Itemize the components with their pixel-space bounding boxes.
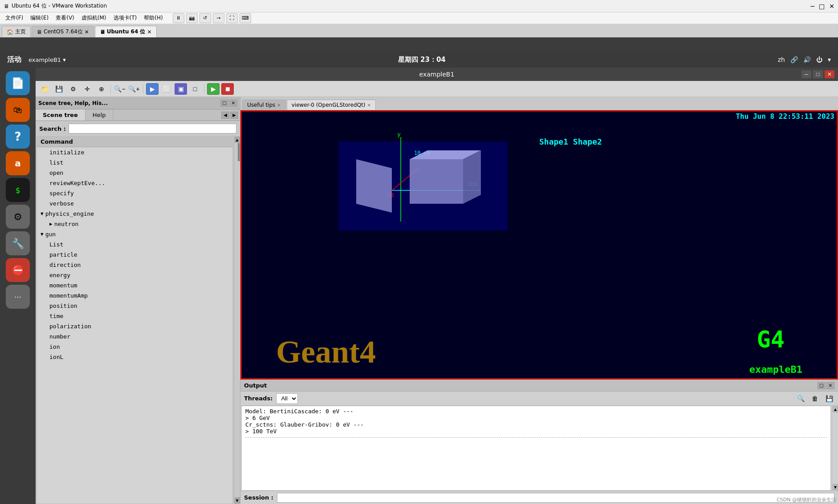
toolbar-solid-filled[interactable]: ▣ — [175, 83, 187, 95]
credit-text: CSDN @猪猪虾的业余生活 — [777, 496, 836, 503]
tab-home[interactable]: 🏠 主页 — [2, 26, 31, 37]
toolbar-rotate[interactable]: ⊕ — [95, 83, 108, 95]
list-item[interactable]: momentum — [37, 280, 232, 290]
lang-indicator[interactable]: zh — [778, 56, 785, 63]
app-minimize-btn[interactable]: ─ — [801, 70, 811, 78]
tb-usb[interactable]: ⌨ — [240, 13, 251, 23]
toolbar-zoom-out[interactable]: 🔍− — [114, 83, 126, 95]
panel-close-btn[interactable]: ✕ — [229, 100, 237, 107]
viewer-0-close[interactable]: ✕ — [367, 103, 371, 108]
tab-viewer-0[interactable]: viewer-0 (OpenGLStoredQt) ✕ — [287, 100, 376, 110]
output-scrollbar[interactable]: ▲ ▼ — [832, 406, 838, 491]
panel-restore-btn[interactable]: □ — [220, 100, 228, 107]
threads-select[interactable]: All 0 1 — [276, 393, 298, 404]
dock-files[interactable]: 📄 — [6, 71, 30, 95]
output-content: Model: BertiniCascade: 0 eV --- > 6 GeV … — [241, 406, 831, 491]
output-save-btn[interactable]: 💾 — [824, 394, 834, 403]
output-header-btns[interactable]: □ ✕ — [818, 382, 834, 389]
menu-vm[interactable]: 虚拟机(M) — [79, 13, 109, 23]
app-window-controls[interactable]: ─ □ ✕ — [801, 70, 834, 78]
titlebar-controls[interactable]: ─ □ ✕ — [811, 3, 834, 10]
toolbar-solid[interactable]: ⬜ — [160, 83, 173, 95]
tree-scrollbar[interactable]: ▲ ▼ — [234, 136, 240, 504]
panel-nav-prev[interactable]: ◀ — [221, 112, 229, 119]
dock-apps[interactable]: ⋯ — [6, 285, 30, 309]
search-input[interactable] — [69, 124, 236, 133]
scroll-down-btn[interactable]: ▼ — [235, 497, 240, 504]
dock-amazon[interactable]: a — [6, 151, 30, 175]
output-search-btn[interactable]: 🔍 — [795, 394, 806, 403]
tab-useful-tips[interactable]: Useful tips ✕ — [242, 100, 286, 110]
list-item[interactable]: List — [37, 239, 232, 250]
centos-tab-close[interactable]: ✕ — [85, 29, 89, 35]
dock-help[interactable]: ? — [6, 125, 30, 149]
session-input[interactable] — [277, 493, 834, 503]
list-item[interactable]: ion — [37, 342, 232, 352]
list-item[interactable]: open — [37, 168, 232, 178]
activities-label[interactable]: 活动 — [7, 55, 21, 65]
toolbar-wireframe-on[interactable]: ▶ — [146, 83, 159, 95]
toolbar-save[interactable]: 💾 — [53, 83, 65, 95]
toolbar-settings[interactable]: ⚙ — [67, 83, 79, 95]
list-item[interactable]: specify — [37, 188, 232, 198]
output-scroll-up[interactable]: ▲ — [833, 406, 838, 412]
menu-tabs[interactable]: 选项卡(T) — [111, 13, 140, 23]
dock-software[interactable]: 🛍 — [6, 98, 30, 122]
dock-terminal[interactable]: $ — [6, 178, 30, 202]
tb-pause[interactable]: ⏸ — [173, 13, 184, 23]
list-item[interactable]: direction — [37, 260, 232, 270]
close-btn[interactable]: ✕ — [829, 3, 834, 10]
tab-help[interactable]: Help — [85, 109, 114, 121]
output-clear-btn[interactable]: 🗑 — [810, 394, 820, 403]
output-close-btn[interactable]: ✕ — [826, 382, 834, 389]
tab-centos[interactable]: 🖥 CentOS 7.64位 ✕ — [32, 26, 94, 37]
toolbar-move[interactable]: ✛ — [81, 83, 94, 95]
tab-ubuntu[interactable]: 🖥 Ubuntu 64 位 ✕ — [95, 26, 157, 37]
list-item[interactable]: particle — [37, 250, 232, 260]
dock-block[interactable]: ⛔ — [6, 258, 30, 282]
tb-fullscreen[interactable]: ⛶ — [226, 13, 238, 23]
toolbar-zoom-in[interactable]: 🔍+ — [128, 83, 140, 95]
output-scroll-down[interactable]: ▼ — [833, 484, 838, 490]
maximize-btn[interactable]: □ — [819, 3, 825, 10]
list-item[interactable]: position — [37, 301, 232, 311]
toolbar-surface[interactable]: □ — [189, 83, 201, 95]
list-item[interactable]: ionL — [37, 352, 232, 362]
dock-tools[interactable]: 🔧 — [6, 231, 30, 255]
menu-view[interactable]: 查看(V) — [53, 13, 77, 23]
list-item[interactable]: polarization — [37, 321, 232, 331]
menu-edit[interactable]: 编辑(E) — [28, 13, 51, 23]
toolbar-stop[interactable]: ⏹ — [221, 83, 234, 95]
panel-header-buttons[interactable]: □ ✕ — [220, 100, 237, 107]
scroll-thumb[interactable] — [238, 143, 240, 161]
list-item[interactable]: number — [37, 331, 232, 342]
output-restore-btn[interactable]: □ — [818, 382, 826, 389]
topbar-menu-arrow[interactable]: ▾ — [828, 56, 831, 63]
toolbar-run[interactable]: ▶ — [207, 83, 220, 95]
dock-settings[interactable]: ⚙ — [6, 205, 30, 229]
tb-snap[interactable]: 📷 — [186, 13, 198, 23]
tab-scene-tree[interactable]: Scene tree — [36, 109, 85, 121]
menu-file[interactable]: 文件(F) — [3, 13, 26, 23]
list-item[interactable]: time — [37, 311, 232, 321]
useful-tips-close[interactable]: ✕ — [277, 103, 281, 108]
list-item[interactable]: list — [37, 157, 232, 168]
ubuntu-tab-close[interactable]: ✕ — [147, 29, 152, 35]
list-item[interactable]: momentumAmp — [37, 290, 232, 301]
list-item[interactable]: energy — [37, 270, 232, 280]
list-item[interactable]: ▼gun — [37, 229, 232, 239]
list-item[interactable]: ▶neutron — [37, 219, 232, 229]
list-item[interactable]: verbose — [37, 198, 232, 209]
tb-revert[interactable]: ↺ — [199, 13, 211, 23]
tb-send[interactable]: → — [213, 13, 224, 23]
menu-help[interactable]: 帮助(H) — [141, 13, 165, 23]
scroll-up-btn[interactable]: ▲ — [235, 137, 240, 143]
toolbar-open[interactable]: 📁 — [38, 83, 51, 95]
list-item[interactable]: initialize — [37, 147, 232, 157]
panel-nav-next[interactable]: ▶ — [230, 112, 238, 119]
app-maximize-btn[interactable]: □ — [813, 70, 823, 78]
app-close-btn[interactable]: ✕ — [825, 70, 834, 78]
minimize-btn[interactable]: ─ — [811, 3, 814, 10]
list-item[interactable]: reviewKeptEve... — [37, 178, 232, 188]
list-item[interactable]: ▼physics_engine — [37, 209, 232, 219]
